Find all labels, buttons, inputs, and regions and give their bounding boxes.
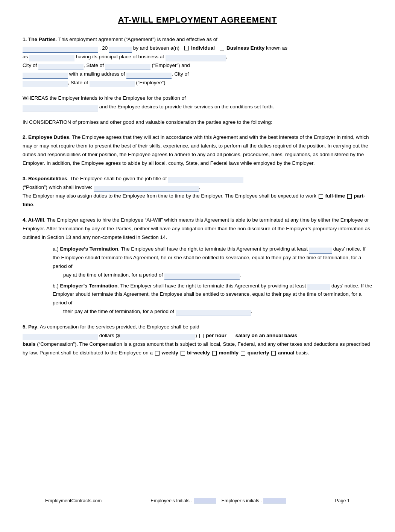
pay-text6: basis.: [296, 350, 309, 356]
fulltime-checkbox[interactable]: [319, 194, 323, 199]
weekly-checkbox[interactable]: [155, 351, 160, 356]
business-entity-label: Business Entity: [226, 45, 264, 51]
employee-termination-title: Employee’s Termination: [60, 246, 118, 252]
salary-checkbox[interactable]: [229, 334, 233, 338]
parties-text1: . This employment agreement (“Agreement”…: [56, 36, 217, 42]
pay-amount-numbers-field[interactable]: [120, 334, 195, 340]
atwill-title: 4. At-Will: [23, 217, 44, 223]
section-consideration: IN CONSIDERATION of promises and other g…: [23, 118, 372, 127]
section-duties: 2. Employee Duties. The Employee agrees …: [23, 133, 372, 168]
whereas-text: WHEREAS the Employer intends to hire the…: [23, 95, 186, 101]
quarterly-label: quarterly: [248, 350, 269, 356]
document-title: AT-WILL EMPLOYMENT AGREEMENT: [23, 15, 372, 25]
employer-initials-box[interactable]: [263, 498, 286, 503]
atwill-sub-b: b.) Employer’s Termination. The Employer…: [53, 282, 372, 316]
pay-text1: . As compensation for the services provi…: [37, 324, 199, 330]
section-pay: 5. Pay. As compensation for the services…: [23, 323, 372, 357]
perhour-checkbox[interactable]: [199, 334, 204, 338]
perhour-label: per hour: [206, 333, 226, 338]
section-atwill: 4. At-Will. The Employer agrees to hire …: [23, 216, 372, 316]
monthly-label: monthly: [219, 350, 239, 356]
parttime-checkbox[interactable]: [347, 194, 352, 199]
annual-checkbox[interactable]: [271, 351, 276, 356]
monthly-checkbox[interactable]: [212, 351, 217, 356]
responsibilities-text5: .: [33, 202, 35, 207]
employee-severance-period-field[interactable]: [164, 274, 240, 280]
duties-title: 2. Employee Duties: [23, 134, 69, 140]
responsibilities-title: 3. Responsibilities: [23, 176, 67, 181]
employee-days-field[interactable]: [309, 248, 332, 254]
responsibilities-text1: . The Employee shall be given the job ti…: [67, 176, 167, 181]
pay-amount-words-field[interactable]: [23, 334, 98, 340]
section-whereas: WHEREAS the Employer intends to hire the…: [23, 94, 372, 111]
quarterly-checkbox[interactable]: [241, 351, 245, 356]
parties-text13: (“Employee”).: [136, 80, 167, 85]
annual-label: annual: [278, 350, 295, 356]
page-content: AT-WILL EMPLOYMENT AGREEMENT 1. The Part…: [23, 15, 372, 517]
employee-city-field[interactable]: [23, 81, 68, 87]
individual-checkbox[interactable]: [184, 46, 189, 50]
position-field-whereas[interactable]: [23, 105, 98, 111]
responsibilities-text3: The Employer may also assign duties to t…: [23, 193, 316, 199]
whereas-text2: and the Employee desires to provide thei…: [99, 104, 274, 109]
business-entity-checkbox[interactable]: [220, 46, 224, 50]
entity-name-field[interactable]: [29, 55, 74, 61]
parties-text3: by and between a(n): [133, 45, 182, 51]
atwill-text: . The Employer agrees to hire the Employ…: [23, 217, 370, 240]
footer-initials: Employee’s Initials - Employer’s initial…: [150, 498, 286, 503]
employee-initials-label: Employee’s Initials -: [150, 498, 192, 503]
consideration-text: IN CONSIDERATION of promises and other g…: [23, 119, 272, 125]
employer-city-field[interactable]: [38, 64, 84, 70]
footer: EmploymentContracts.com Employee’s Initi…: [45, 498, 350, 503]
employee-state-field[interactable]: [90, 81, 135, 87]
pay-text2: dollars ($: [99, 333, 120, 338]
employer-termination-title: Employer’s Termination: [60, 283, 118, 289]
sub-b-text3-cont: their pay at the time of termination, fo…: [63, 309, 252, 314]
employer-severance-period-field[interactable]: [176, 310, 251, 316]
atwill-sub-a: a.) Employee’s Termination. The Employee…: [53, 245, 372, 280]
section-responsibilities: 3. Responsibilities. The Employee shall …: [23, 175, 372, 209]
employee-initials-box[interactable]: [194, 498, 216, 503]
section-parties: 1. The Parties. This employment agreemen…: [23, 35, 372, 87]
position-involve-field[interactable]: [94, 186, 199, 192]
employer-days-field[interactable]: [307, 284, 330, 290]
parties-text2: , 20: [99, 45, 108, 51]
sub-a-text3-cont: pay at the time of termination, for a pe…: [63, 272, 241, 278]
parties-text6: having its principal place of business a…: [76, 54, 164, 59]
parties-text4: [216, 45, 218, 51]
employee-address-field[interactable]: [126, 73, 172, 79]
parties-text9: (“Employer”) and: [152, 62, 190, 68]
parties-text5: known as: [266, 45, 287, 51]
footer-page: Page 1: [335, 498, 350, 503]
biweekly-label: bi-weekly: [187, 350, 210, 356]
year-field[interactable]: [109, 47, 132, 53]
employer-state-field[interactable]: [105, 64, 150, 70]
duties-text: . The Employee agrees that they will act…: [23, 134, 369, 166]
biweekly-checkbox[interactable]: [181, 351, 185, 356]
job-title-field[interactable]: [168, 177, 243, 183]
employee-name-field[interactable]: [23, 73, 68, 79]
employer-initials-label: Employer’s initials -: [222, 498, 262, 503]
pay-title: 5. Pay: [23, 324, 37, 330]
fulltime-label: full-time: [325, 193, 345, 199]
effective-date-field[interactable]: [23, 47, 98, 53]
sub-a-text: . The Employee shall have the right to t…: [118, 246, 308, 252]
salary-label: salary on an annual basis: [235, 333, 297, 338]
sub-b-text: . The Employer shall have the right to t…: [117, 283, 306, 289]
responsibilities-text2: (“Position”) which shall involve:: [23, 184, 92, 190]
business-address-field[interactable]: [166, 55, 226, 61]
parties-title: 1. The Parties: [23, 36, 56, 42]
weekly-label: weekly: [161, 350, 178, 356]
pay-basis-intro: basis: [23, 341, 36, 347]
footer-website: EmploymentContracts.com: [45, 498, 102, 503]
pay-text3: ): [195, 333, 197, 338]
individual-label: Individual: [191, 45, 215, 51]
